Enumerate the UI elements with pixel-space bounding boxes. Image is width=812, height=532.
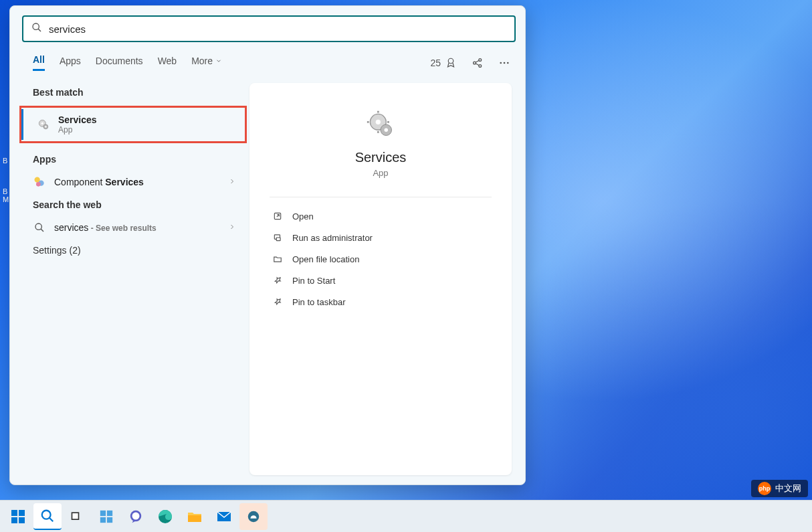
action-label: Pin to taskbar: [292, 297, 346, 307]
tab-more-label: More: [191, 56, 213, 66]
taskbar-task-view[interactable]: [63, 503, 91, 530]
result-component-services[interactable]: Component Services: [10, 170, 249, 194]
taskbar-mail[interactable]: [210, 503, 238, 530]
open-icon: [272, 211, 283, 221]
result-services-app[interactable]: Services App: [21, 109, 245, 140]
svg-point-21: [376, 120, 381, 124]
watermark-logo: php: [758, 482, 771, 495]
taskbar-app[interactable]: [239, 503, 268, 530]
action-label: Pin to Start: [292, 276, 335, 286]
results-list: Best match Services App Apps: [10, 74, 249, 484]
svg-line-1: [38, 29, 41, 31]
app-icon: [246, 509, 261, 524]
tab-web[interactable]: Web: [158, 56, 177, 70]
svg-rect-30: [19, 517, 25, 523]
svg-line-32: [49, 517, 54, 521]
search-box[interactable]: [22, 15, 516, 42]
tab-all[interactable]: All: [33, 54, 45, 71]
rewards-points: 25: [430, 58, 441, 68]
svg-point-0: [33, 23, 39, 29]
action-label: Run as administrator: [292, 233, 373, 243]
action-label: Open: [292, 211, 314, 221]
chat-icon: [128, 509, 143, 524]
result-web-search[interactable]: services - See web results: [10, 215, 249, 240]
shield-icon: [272, 232, 283, 243]
svg-rect-42: [188, 515, 201, 522]
search-tabs: All Apps Documents Web More 25: [10, 49, 525, 74]
action-pin-start[interactable]: Pin to Start: [270, 270, 492, 291]
result-title: Component Services: [54, 177, 220, 187]
svg-rect-36: [107, 510, 112, 515]
search-icon: [40, 509, 55, 523]
taskbar-widgets[interactable]: [92, 503, 120, 530]
section-apps: Apps: [10, 149, 249, 170]
preview-actions: Open Run as administrator Open file loca…: [270, 197, 492, 313]
svg-point-12: [41, 122, 43, 124]
taskbar: [0, 500, 812, 532]
search-icon: [31, 22, 42, 35]
result-title: Services: [58, 114, 231, 125]
action-run-admin[interactable]: Run as administrator: [270, 227, 492, 248]
rewards-badge[interactable]: 25: [430, 57, 457, 69]
taskbar-edge[interactable]: [151, 503, 179, 530]
preview-card: Services App Open Run as administrator: [249, 83, 512, 475]
section-search-web: Search the web: [10, 194, 249, 215]
edge-icon: [157, 509, 173, 525]
svg-rect-29: [11, 517, 17, 523]
search-input[interactable]: [49, 23, 506, 35]
svg-line-19: [41, 229, 43, 232]
svg-rect-28: [19, 510, 25, 516]
ellipsis-icon: [498, 57, 510, 69]
svg-point-10: [507, 62, 509, 64]
svg-rect-34: [72, 513, 78, 519]
svg-rect-26: [276, 238, 280, 241]
medal-icon: [445, 57, 457, 69]
watermark: php 中文网: [751, 480, 808, 497]
component-services-icon: [33, 175, 46, 189]
folder-icon: [187, 509, 203, 525]
folder-icon: [272, 254, 283, 264]
svg-point-23: [385, 128, 389, 132]
taskbar-chat[interactable]: [122, 503, 150, 530]
chevron-right-icon: [228, 177, 236, 187]
search-panel: All Apps Documents Web More 25 Best matc…: [9, 5, 526, 485]
taskbar-explorer[interactable]: [181, 503, 209, 530]
taskbar-search[interactable]: [33, 503, 62, 530]
annotation-highlight: Services App: [19, 106, 247, 143]
windows-icon: [10, 509, 26, 525]
svg-point-17: [36, 182, 41, 187]
tab-documents[interactable]: Documents: [96, 56, 143, 70]
section-best-match: Best match: [10, 82, 249, 103]
result-subtitle: App: [58, 125, 231, 135]
action-open[interactable]: Open: [270, 205, 492, 227]
svg-point-9: [504, 62, 506, 64]
svg-line-7: [476, 63, 479, 65]
task-view-icon: [70, 510, 84, 523]
action-open-location[interactable]: Open file location: [270, 248, 492, 270]
tab-apps[interactable]: Apps: [60, 56, 81, 70]
action-pin-taskbar[interactable]: Pin to taskbar: [270, 291, 492, 313]
mail-icon: [216, 509, 232, 525]
widgets-icon: [99, 509, 114, 524]
action-label: Open file location: [292, 254, 359, 264]
gear-icon: [37, 118, 50, 131]
preview-subtitle: App: [373, 168, 388, 178]
svg-point-31: [42, 510, 51, 519]
share-button[interactable]: [472, 57, 484, 69]
pin-icon: [272, 275, 283, 286]
section-settings[interactable]: Settings (2): [10, 240, 249, 261]
svg-point-2: [448, 58, 453, 64]
svg-point-18: [35, 224, 41, 230]
svg-point-14: [45, 126, 46, 127]
svg-line-6: [476, 60, 479, 62]
result-title: services - See web results: [54, 222, 220, 233]
tab-more[interactable]: More: [191, 56, 222, 70]
gear-icon: [366, 110, 395, 139]
chevron-right-icon: [228, 223, 236, 233]
pin-icon: [272, 296, 283, 307]
svg-point-40: [132, 512, 140, 519]
more-options-button[interactable]: [498, 57, 510, 69]
chevron-down-icon: [215, 56, 222, 66]
start-button[interactable]: [4, 503, 32, 530]
svg-rect-35: [100, 510, 106, 515]
